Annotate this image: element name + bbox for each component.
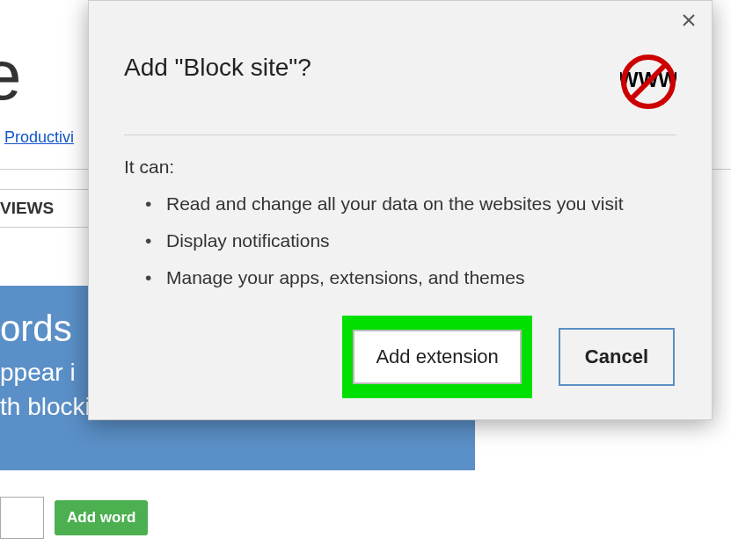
productivity-link[interactable]: Productivi <box>4 128 74 147</box>
dialog-header: Add "Block site"? WWW <box>124 54 676 135</box>
dialog-actions: Add extension Cancel <box>342 316 675 398</box>
permissions-list: Read and change all your data on the web… <box>124 193 676 288</box>
close-icon[interactable] <box>682 10 696 33</box>
permission-item: Display notifications <box>145 230 676 251</box>
permission-item: Manage your apps, extensions, and themes <box>145 267 676 288</box>
partial-title: e <box>0 35 22 116</box>
cancel-button[interactable]: Cancel <box>559 328 675 386</box>
add-extension-button[interactable]: Add extension <box>353 330 521 384</box>
add-extension-dialog: Add "Block site"? WWW It can: Read and c… <box>88 0 713 420</box>
word-input[interactable] <box>0 497 44 539</box>
permission-item: Read and change all your data on the web… <box>145 193 676 215</box>
add-word-button[interactable]: Add word <box>55 500 148 535</box>
dialog-body: It can: Read and change all your data on… <box>124 156 676 288</box>
highlight-annotation: Add extension <box>342 316 531 398</box>
extension-www-block-icon: WWW <box>620 54 676 110</box>
it-can-label: It can: <box>124 156 676 178</box>
dialog-title: Add "Block site"? <box>124 54 311 82</box>
add-word-row: Add word <box>0 497 148 539</box>
